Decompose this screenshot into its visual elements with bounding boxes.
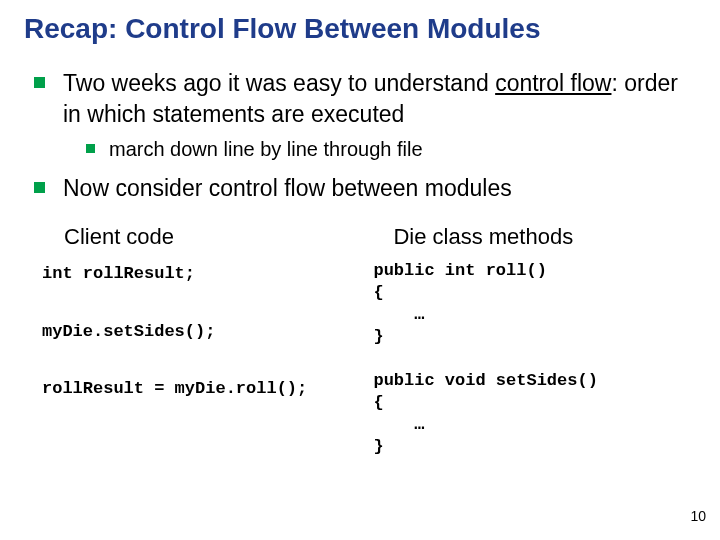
class-methods-heading: Die class methods [393, 224, 696, 250]
client-code-heading: Client code [64, 224, 373, 250]
slide-title: Recap: Control Flow Between Modules [24, 12, 696, 46]
bullet-2-text: Now consider control flow between module… [63, 173, 512, 204]
square-bullet-icon [34, 77, 45, 88]
bullet-1-text: Two weeks ago it was easy to understand … [63, 68, 696, 130]
client-code-block: int rollResult; myDie.setSides(); rollRe… [42, 260, 373, 404]
bullet-1a-text: march down line by line through file [109, 136, 423, 163]
bullet-1a: march down line by line through file [24, 136, 696, 163]
bullet-1-underlined: control flow [495, 70, 611, 96]
code-columns: Client code int rollResult; myDie.setSid… [24, 224, 696, 459]
square-bullet-icon [86, 144, 95, 153]
bullet-1: Two weeks ago it was easy to understand … [24, 68, 696, 130]
client-code-column: Client code int rollResult; myDie.setSid… [24, 224, 373, 459]
page-number: 10 [690, 508, 706, 524]
bullet-1-prefix: Two weeks ago it was easy to understand [63, 70, 495, 96]
bullet-2: Now consider control flow between module… [24, 173, 696, 204]
class-methods-column: Die class methods public int roll() { … … [373, 224, 696, 459]
square-bullet-icon [34, 182, 45, 193]
class-methods-code-block: public int roll() { … } public void setS… [373, 260, 696, 459]
